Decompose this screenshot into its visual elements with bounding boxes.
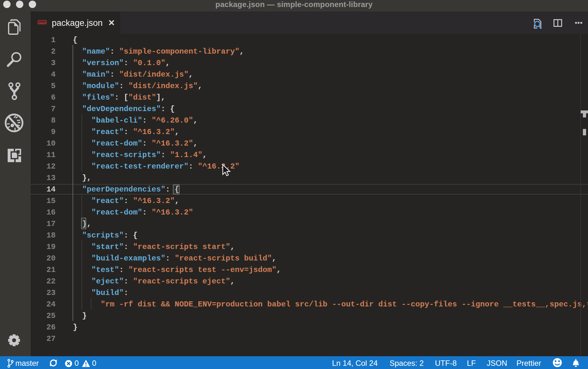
svg-text:npm: npm xyxy=(38,20,46,24)
